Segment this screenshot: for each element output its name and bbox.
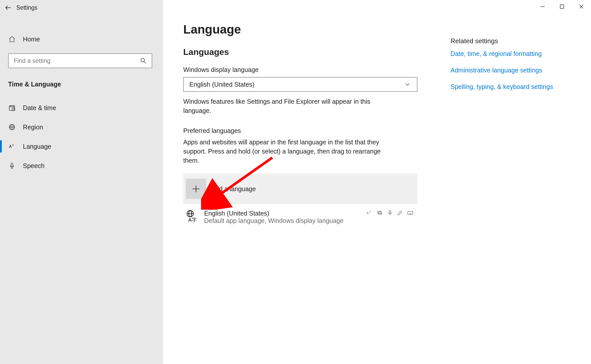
preferred-languages-label: Preferred languages <box>183 127 417 134</box>
related-settings-title: Related settings <box>451 37 570 45</box>
search-input[interactable] <box>13 57 139 65</box>
sidebar-item-speech[interactable]: Speech <box>0 156 160 175</box>
sidebar: Settings Home Time & Language Date & tim… <box>0 0 163 364</box>
svg-rect-34 <box>408 211 413 215</box>
display-language-label: Windows display language <box>183 66 417 73</box>
microphone-icon <box>8 162 16 170</box>
close-icon <box>579 4 584 9</box>
svg-line-2 <box>580 5 583 8</box>
related-settings-rail: Related settings Date, time, & regional … <box>451 22 570 364</box>
svg-text:A: A <box>9 144 12 149</box>
text-to-speech-badge-icon: A字 <box>367 210 373 216</box>
svg-rect-31 <box>379 212 382 214</box>
link-admin-language[interactable]: Administrative language settings <box>451 67 570 74</box>
keyboard-badge-icon <box>407 210 413 216</box>
svg-text:A: A <box>367 211 369 215</box>
speech-badge-icon <box>387 210 393 216</box>
calendar-clock-icon <box>8 104 16 112</box>
svg-line-3 <box>580 5 583 8</box>
sidebar-item-date-time[interactable]: Date & time <box>0 98 160 117</box>
chevron-down-icon <box>404 81 411 88</box>
svg-rect-30 <box>378 211 381 214</box>
sidebar-category-title: Time & Language <box>0 75 160 93</box>
plus-box <box>186 179 206 199</box>
window-maximize-button[interactable] <box>552 0 572 13</box>
svg-text:字: 字 <box>369 211 371 213</box>
sidebar-home[interactable]: Home <box>0 29 160 49</box>
link-date-time-regional[interactable]: Date, time, & regional formatting <box>451 50 570 57</box>
language-item-name: English (United States) <box>204 210 361 217</box>
page-title: Language <box>183 22 417 36</box>
language-item-subtitle: Default app language, Windows display la… <box>204 217 361 224</box>
svg-rect-1 <box>560 5 564 8</box>
app-title: Settings <box>16 4 37 11</box>
main-content: Language Languages Windows display langu… <box>163 0 591 364</box>
sidebar-item-label: Region <box>23 124 43 131</box>
sidebar-item-region[interactable]: Region <box>0 117 160 137</box>
maximize-icon <box>560 4 564 9</box>
add-language-button[interactable]: Add a language <box>183 174 417 204</box>
search-input-wrapper[interactable] <box>8 53 152 68</box>
language-item-english-us[interactable]: A字 English (United States) Default app l… <box>183 204 417 226</box>
svg-text:A字: A字 <box>188 217 197 222</box>
back-arrow-icon <box>5 4 11 11</box>
svg-rect-19 <box>11 163 13 166</box>
svg-rect-32 <box>389 210 391 213</box>
minimize-icon <box>540 4 545 9</box>
plus-icon <box>191 184 201 193</box>
section-languages-title: Languages <box>183 47 417 57</box>
language-glyph-icon: A字 <box>186 210 199 222</box>
display-language-value: English (United States) <box>189 81 255 88</box>
sidebar-item-label: Language <box>23 143 51 150</box>
svg-text:字: 字 <box>12 144 14 146</box>
display-language-description: Windows features like Settings and File … <box>183 97 392 115</box>
sidebar-item-label: Date & time <box>23 104 56 112</box>
svg-point-5 <box>141 58 145 62</box>
sidebar-home-label: Home <box>23 36 40 43</box>
language-capability-badges: A字 <box>367 210 413 216</box>
window-minimize-button[interactable] <box>533 0 552 13</box>
svg-line-13 <box>13 109 14 110</box>
add-language-label: Add a language <box>211 185 256 193</box>
search-icon <box>139 57 147 65</box>
globe-icon <box>8 123 16 131</box>
window-close-button[interactable] <box>572 0 591 13</box>
display-badge-icon <box>377 210 383 216</box>
home-icon <box>8 35 16 43</box>
handwriting-badge-icon <box>397 210 403 216</box>
sidebar-item-label: Speech <box>23 162 45 170</box>
sidebar-item-language[interactable]: A字 Language <box>0 137 160 156</box>
link-spelling-typing-keyboard[interactable]: Spelling, typing, & keyboard settings <box>451 83 570 90</box>
svg-line-6 <box>144 62 146 64</box>
preferred-languages-description: Apps and websites will appear in the fir… <box>183 138 392 165</box>
display-language-select[interactable]: English (United States) <box>183 77 417 92</box>
language-a-icon: A字 <box>8 143 16 150</box>
back-button[interactable] <box>0 0 16 15</box>
